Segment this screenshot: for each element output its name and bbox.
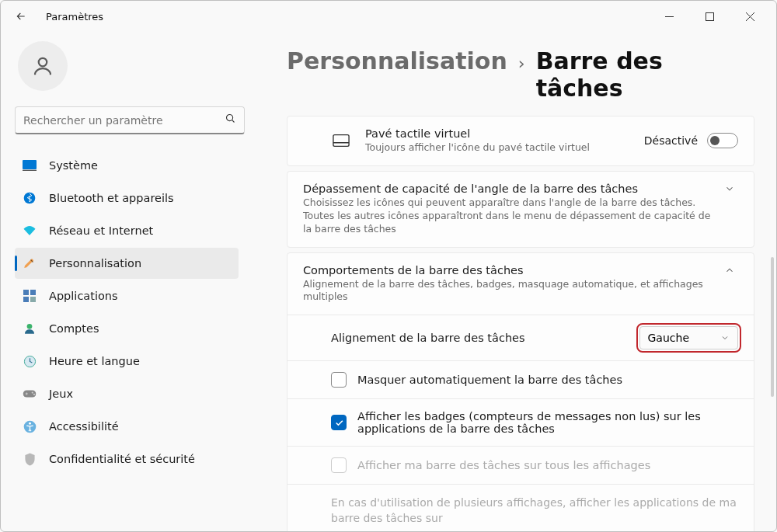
check-icon — [334, 418, 344, 428]
virtual-touchpad-row[interactable]: Pavé tactile virtuel Toujours afficher l… — [287, 116, 754, 166]
svg-point-14 — [33, 394, 35, 395]
badges-checkbox[interactable] — [331, 415, 347, 430]
svg-rect-6 — [23, 290, 29, 295]
svg-point-16 — [29, 422, 31, 424]
search-box[interactable] — [15, 106, 245, 134]
arrow-left-icon — [15, 10, 27, 23]
svg-rect-7 — [30, 290, 36, 295]
auto-hide-row[interactable]: Masquer automatiquement la barre des tâc… — [287, 361, 754, 398]
sidebar-item-label: Jeux — [49, 388, 73, 400]
person-icon — [31, 54, 54, 78]
checkbox-label: Afficher ma barre des tâches sur tous le… — [357, 459, 650, 471]
multi-display-label: En cas d'utilisation de plusieurs affich… — [331, 495, 738, 526]
sidebar: Système Bluetooth et appareils Réseau et… — [1, 32, 249, 531]
sidebar-item-label: Heure et langue — [49, 355, 140, 367]
sidebar-item-label: Confidentialité et sécurité — [49, 453, 195, 465]
row-subtitle: Choisissez les icônes qui peuvent appara… — [303, 196, 721, 236]
svg-rect-9 — [30, 297, 36, 302]
main-content: Personnalisation › Barre des tâches Pavé… — [249, 32, 776, 531]
sidebar-item-label: Personnalisation — [49, 257, 141, 269]
sidebar-item-time-language[interactable]: Heure et langue — [15, 346, 239, 377]
checkbox-label: Afficher les badges (compteurs de messag… — [357, 410, 738, 435]
dropdown-value: Gauche — [648, 332, 689, 344]
sidebar-item-system[interactable]: Système — [15, 150, 239, 181]
minimize-icon — [665, 12, 674, 21]
sidebar-item-personalization[interactable]: Personnalisation — [15, 248, 239, 279]
search-input[interactable] — [23, 114, 225, 127]
sidebar-item-label: Comptes — [49, 322, 99, 335]
row-title: Dépassement de capacité de l'angle de la… — [303, 183, 721, 195]
sidebar-item-bluetooth[interactable]: Bluetooth et appareils — [15, 183, 239, 214]
scrollbar[interactable] — [771, 257, 774, 397]
sidebar-item-apps[interactable]: Applications — [15, 280, 239, 311]
row-subtitle: Toujours afficher l'icône du pavé tactil… — [365, 141, 630, 155]
user-avatar[interactable] — [18, 41, 68, 91]
accessibility-icon — [23, 419, 37, 433]
paintbrush-icon — [23, 256, 37, 270]
behaviors-header[interactable]: Comportements de la barre des tâches Ali… — [287, 253, 754, 315]
sidebar-item-label: Bluetooth et appareils — [49, 192, 174, 204]
sidebar-item-accounts[interactable]: Comptes — [15, 313, 239, 344]
toggle-state-label: Désactivé — [644, 134, 698, 147]
sidebar-item-label: Réseau et Internet — [49, 224, 153, 237]
chevron-down-icon — [720, 333, 730, 342]
sidebar-item-network[interactable]: Réseau et Internet — [15, 215, 239, 246]
back-button[interactable] — [7, 2, 35, 30]
gamepad-icon — [23, 387, 37, 401]
account-icon — [23, 322, 37, 336]
display-icon — [23, 158, 37, 172]
virtual-touchpad-toggle[interactable] — [707, 133, 738, 148]
sidebar-item-label: Applications — [49, 290, 118, 302]
auto-hide-checkbox[interactable] — [331, 372, 347, 388]
window-title: Paramètres — [46, 11, 103, 23]
svg-rect-17 — [333, 135, 349, 147]
bluetooth-icon — [23, 191, 37, 205]
row-title: Comportements de la barre des tâches — [303, 264, 721, 276]
touchpad-icon — [331, 134, 351, 148]
window-controls — [658, 5, 770, 27]
svg-point-13 — [32, 391, 33, 393]
overflow-section[interactable]: Dépassement de capacité de l'angle de la… — [287, 171, 754, 248]
sidebar-item-label: Système — [49, 159, 98, 172]
chevron-down-icon — [721, 183, 738, 197]
svg-point-1 — [39, 58, 47, 67]
behaviors-section: Comportements de la barre des tâches Ali… — [287, 252, 754, 532]
row-subtitle: Alignement de la barre des tâches, badge… — [303, 278, 721, 304]
row-title: Pavé tactile virtuel — [365, 127, 630, 140]
titlebar: Paramètres — [1, 1, 776, 32]
apps-icon — [23, 289, 37, 303]
alignment-label: Alignement de la barre des tâches — [331, 332, 625, 344]
svg-point-10 — [27, 324, 33, 329]
minimize-button[interactable] — [658, 5, 680, 27]
alignment-row: Alignement de la barre des tâches Gauche — [287, 315, 754, 360]
shield-icon — [23, 452, 37, 466]
svg-rect-4 — [23, 170, 37, 171]
close-button[interactable] — [739, 5, 761, 27]
checkbox-label: Masquer automatiquement la barre des tâc… — [357, 374, 622, 386]
breadcrumb-separator: › — [518, 54, 525, 73]
svg-point-2 — [227, 115, 233, 121]
sidebar-nav: Système Bluetooth et appareils Réseau et… — [15, 150, 239, 475]
svg-rect-8 — [23, 297, 29, 302]
breadcrumb: Personnalisation › Barre des tâches — [287, 47, 754, 102]
all-displays-row: Afficher ma barre des tâches sur tous le… — [287, 447, 754, 484]
search-icon — [225, 113, 236, 127]
badges-row[interactable]: Afficher les badges (compteurs de messag… — [287, 399, 754, 446]
maximize-button[interactable] — [699, 5, 720, 27]
alignment-dropdown[interactable]: Gauche — [639, 326, 738, 349]
svg-rect-3 — [23, 160, 37, 169]
svg-rect-0 — [706, 12, 713, 20]
sidebar-item-label: Accessibilité — [49, 420, 119, 433]
sidebar-item-privacy[interactable]: Confidentialité et sécurité — [15, 443, 239, 475]
multi-display-row: En cas d'utilisation de plusieurs affich… — [287, 485, 754, 531]
wifi-icon — [23, 224, 37, 238]
chevron-up-icon — [721, 264, 738, 279]
breadcrumb-current: Barre des tâches — [536, 47, 754, 102]
breadcrumb-parent[interactable]: Personnalisation — [287, 47, 507, 75]
sidebar-item-gaming[interactable]: Jeux — [15, 378, 239, 409]
maximize-icon — [706, 12, 714, 21]
close-icon — [746, 12, 754, 21]
sidebar-item-accessibility[interactable]: Accessibilité — [15, 411, 239, 442]
clock-globe-icon — [23, 354, 37, 368]
all-displays-checkbox — [331, 457, 347, 473]
